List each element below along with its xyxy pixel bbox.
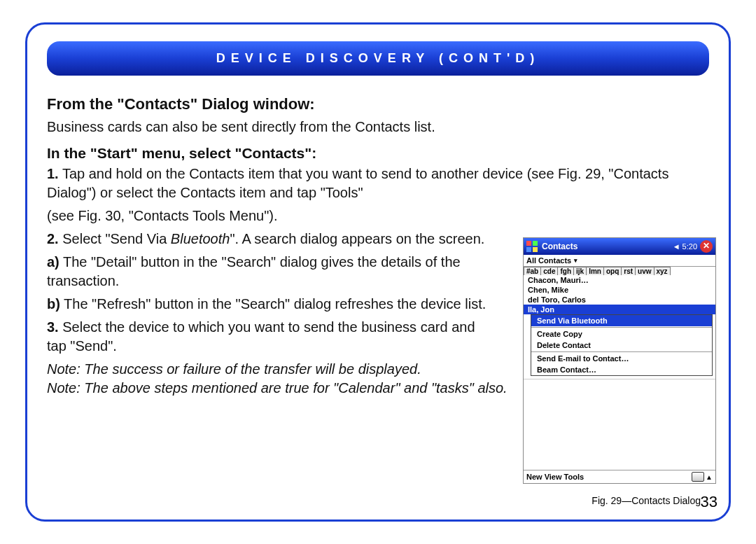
step-2-text-a: Select "Send Via (62, 231, 171, 246)
intro-para: Business cards can also be sent directly… (47, 118, 709, 137)
step-2-text-b: ". A search dialog appears on the screen… (230, 231, 484, 246)
figure-device-screenshot: Contacts ◄ 5:20 ✕ All Contacts ▾ #ab cde… (523, 237, 716, 484)
device-filter-bar[interactable]: All Contacts ▾ (524, 255, 715, 267)
step-2a-text: The "Detail" button in the "Search" dial… (47, 254, 461, 288)
step-3-number: 3. (47, 319, 59, 335)
menu-divider (531, 351, 712, 352)
heading-contacts-dialog: From the "Contacts" Dialog window: (47, 94, 709, 115)
keyboard-icon[interactable] (692, 472, 704, 482)
step-3: 3. Select the device to which you want t… (47, 318, 495, 356)
step-2b-label: b) (47, 296, 60, 312)
device-blank-area (524, 379, 715, 470)
device-alpha-tabs[interactable]: #ab cde fgh ijk lmn opq rst uvw xyz (524, 267, 715, 275)
menu-beam-contact[interactable]: Beam Contact… (531, 364, 712, 375)
menu-send-via-bluetooth[interactable]: Send Via Bluetooth (531, 315, 712, 326)
alpha-tab[interactable]: xyz (654, 267, 671, 275)
alpha-tab[interactable]: rst (621, 267, 636, 275)
contact-row[interactable]: Chacon, Mauri… (524, 275, 715, 285)
context-menu: Send Via Bluetooth Create Copy Delete Co… (531, 314, 713, 376)
chevron-up-icon[interactable]: ▲ (706, 473, 713, 481)
page-frame: DEVICE DISCOVERY (CONT'D) From the "Cont… (25, 22, 731, 522)
step-2-italic: Bluetooth (171, 231, 230, 246)
alpha-tab[interactable]: fgh (557, 267, 574, 275)
device-contact-list: Chacon, Mauri… Chen, Mike del Toro, Carl… (524, 275, 715, 314)
device-footer-commands[interactable]: New View Tools (526, 473, 584, 481)
step-2-number: 2. (47, 231, 59, 246)
step-1-number: 1. (47, 166, 59, 181)
alpha-tab[interactable]: lmn (586, 267, 604, 275)
figure-caption: Fig. 29—Contacts Dialog (592, 495, 701, 506)
menu-send-email[interactable]: Send E-mail to Contact… (531, 353, 712, 364)
step-3-text: Select the device to which you want to s… (47, 319, 475, 354)
chevron-down-icon: ▾ (574, 257, 578, 264)
heading-start-menu: In the "Start" menu, select "Contacts": (47, 144, 709, 163)
windows-icon (526, 241, 538, 252)
contact-row[interactable]: Chen, Mike (524, 285, 715, 295)
contact-row[interactable]: del Toro, Carlos (524, 295, 715, 305)
page-number: 33 (701, 493, 718, 511)
step-1-cont: (see Fig. 30, "Contacts Tools Menu"). (47, 207, 495, 225)
alpha-tab[interactable]: ijk (573, 267, 587, 275)
device-clock: ◄ 5:20 (673, 242, 697, 251)
device-titlebar: Contacts ◄ 5:20 ✕ (524, 238, 715, 255)
menu-create-copy[interactable]: Create Copy (531, 328, 712, 340)
step-2b: b) The "Refresh" button in the "Search" … (47, 295, 495, 314)
device-filter-label: All Contacts (526, 256, 571, 265)
alpha-tab[interactable]: opq (603, 267, 622, 275)
menu-delete-contact[interactable]: Delete Contact (531, 340, 712, 351)
device-app-title: Contacts (542, 242, 673, 251)
step-2: 2. Select "Send Via Bluetooth". A search… (47, 230, 495, 249)
close-icon[interactable]: ✕ (700, 240, 713, 253)
step-2b-text: The "Refresh" button in the "Search" dia… (64, 296, 486, 312)
step-1-text-a: Tap and hold on the Contacts item that y… (47, 166, 668, 200)
step-1: 1. Tap and hold on the Contacts item tha… (47, 165, 709, 202)
alpha-tab[interactable]: cde (540, 267, 558, 275)
section-header: DEVICE DISCOVERY (CONT'D) (47, 41, 709, 76)
menu-divider (531, 327, 712, 328)
device-footer: New View Tools ▲ (524, 470, 715, 483)
step-2a-label: a) (47, 254, 59, 270)
alpha-tab[interactable]: uvw (635, 267, 654, 275)
step-2a: a) The "Detail" button in the "Search" d… (47, 253, 495, 291)
alpha-tab[interactable]: #ab (524, 267, 541, 275)
contact-row-selected[interactable]: Ila, Jon (524, 305, 715, 314)
